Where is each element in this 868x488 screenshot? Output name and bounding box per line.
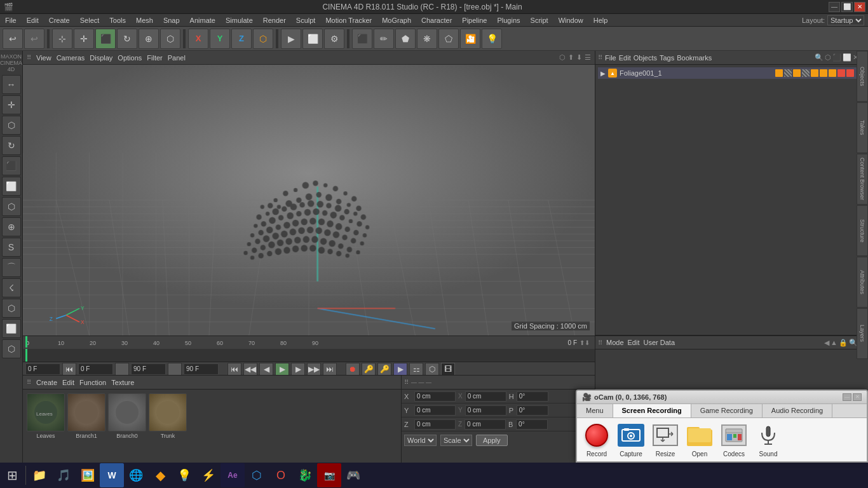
menu-pipeline[interactable]: Pipeline (457, 14, 492, 26)
app1-button[interactable]: ◆ (148, 463, 172, 487)
obj-row-foliage[interactable]: ▶ ▲ Foliage001_1 👁 (598, 67, 865, 79)
chrome-button[interactable]: 🌐 (124, 463, 148, 487)
world-dropdown[interactable]: World (404, 435, 437, 446)
mat-thumb-branch0[interactable] (108, 393, 146, 431)
frame-arrows[interactable]: ⬆⬇ (580, 339, 590, 346)
viewport-menu-display[interactable]: Display (90, 54, 112, 62)
menu-snap[interactable]: Snap (158, 14, 185, 26)
audio-button[interactable]: 🎵 (51, 463, 76, 487)
tool12-left[interactable]: ⬡ (2, 299, 21, 318)
ocam-codecs-button[interactable]: Codecs (721, 422, 747, 458)
side-tab-structure[interactable]: Structure (857, 205, 868, 256)
coord-h-val[interactable] (517, 391, 548, 402)
obj-tab-edit[interactable]: Edit (619, 54, 631, 62)
attr-tab-edit[interactable]: Edit (628, 339, 640, 346)
frame-end-field[interactable] (115, 363, 129, 376)
ocam-minimize[interactable]: — (843, 393, 851, 401)
end-frame2-field[interactable] (168, 363, 182, 376)
mat-item-leaves[interactable]: Leaves Leaves (27, 393, 65, 439)
ocam-resize-button[interactable]: Resize (652, 422, 679, 458)
start-frame-field[interactable]: 0 F (25, 363, 60, 375)
camera-button-task[interactable]: 📷 (317, 463, 341, 487)
vp-icon3[interactable]: ⬇ (576, 53, 582, 62)
coord-p-val[interactable] (517, 405, 548, 416)
undo-button[interactable]: ↩ (3, 29, 23, 49)
mat-item-trunk[interactable]: Trunk (149, 393, 187, 439)
film-button[interactable]: 🎞 (441, 363, 455, 376)
camera-button[interactable]: 🎦 (460, 29, 480, 49)
vp-icon2[interactable]: ⬆ (568, 53, 574, 62)
ocam-tab-game[interactable]: Game Recording (691, 404, 763, 417)
axis-x-button[interactable]: X (188, 29, 208, 49)
viewport-menu-cameras[interactable]: Cameras (57, 54, 85, 62)
prev-key-button[interactable]: ◀◀ (243, 363, 257, 376)
vp-icon1[interactable]: ⬡ (559, 53, 566, 62)
fps-button[interactable]: ⚏ (409, 363, 423, 376)
app5-button[interactable]: 🐉 (293, 463, 317, 487)
obj-search-icon[interactable]: 🔍 (815, 53, 824, 62)
menu-animate[interactable]: Animate (185, 14, 220, 26)
tool10-left[interactable]: ⌒ (2, 258, 21, 277)
foliage-expand-icon[interactable]: ▶ (600, 70, 606, 77)
apply-button[interactable]: Apply (476, 435, 508, 446)
layout-dropdown[interactable]: Startup (827, 15, 864, 25)
deformer-button[interactable]: ⬠ (438, 29, 459, 49)
tool5-left[interactable]: ⬛ (2, 156, 21, 175)
opera-button[interactable]: O (269, 463, 293, 487)
go-end-button[interactable]: ⏭ (323, 363, 337, 376)
render-view-button[interactable]: ▶ (281, 29, 301, 49)
coord-x-pos[interactable] (414, 391, 456, 402)
tool9-left[interactable]: S (2, 238, 21, 257)
app4-button[interactable]: ⬡ (245, 463, 269, 487)
side-tab-layers[interactable]: Layers (857, 308, 868, 359)
pen-button[interactable]: ✏ (374, 29, 394, 49)
coord-z-size[interactable] (465, 419, 506, 430)
app2-button[interactable]: 💡 (172, 463, 196, 487)
cloner-button[interactable]: ❋ (417, 29, 437, 49)
tool6-left[interactable]: ⬜ (2, 177, 21, 196)
menu-mograph[interactable]: MoGraph (377, 14, 416, 26)
scale-tool[interactable]: ⬛ (95, 29, 116, 49)
attr-forward-icon[interactable]: ▲ (831, 339, 837, 347)
cube-button[interactable]: ⬛ (352, 29, 372, 49)
menu-simulate[interactable]: Simulate (220, 14, 258, 26)
go-start-button[interactable]: ⏮ (227, 363, 241, 376)
play-button[interactable]: ▶ (275, 363, 289, 376)
end-frame-field[interactable]: 90 F (131, 363, 166, 375)
ae-button[interactable]: Ae (220, 463, 245, 487)
menu-character[interactable]: Character (416, 14, 457, 26)
ocam-sound-button[interactable]: Sound (755, 422, 782, 458)
ocam-tab-audio[interactable]: Audio Recording (763, 404, 832, 417)
obj-icon3[interactable]: ⬛ (832, 53, 841, 62)
attr-lock-icon[interactable]: 🔒 (839, 339, 848, 347)
tool11-left[interactable]: ☇ (2, 278, 21, 297)
mat-item-branch0[interactable]: Branch0 (108, 393, 146, 439)
world-axis-button[interactable]: ⬡ (253, 29, 273, 49)
transform-left[interactable]: ✛ (2, 95, 21, 114)
polygon-button[interactable]: ⬟ (395, 29, 416, 49)
vp-icon4[interactable]: ☰ (585, 53, 591, 62)
current-frame-field[interactable]: 0 F (78, 363, 113, 375)
side-tab-objects[interactable]: Objects (857, 51, 868, 102)
menu-help[interactable]: Help (588, 14, 613, 26)
menu-render[interactable]: Render (258, 14, 291, 26)
game-button[interactable]: 🎮 (341, 463, 365, 487)
light-button[interactable]: 💡 (482, 29, 502, 49)
tool14-left[interactable]: ⬡ (2, 339, 21, 358)
minimize-button[interactable]: — (829, 2, 840, 12)
viewport-menu-view[interactable]: View (36, 54, 51, 62)
obj-tab-bookmarks[interactable]: Bookmarks (677, 54, 712, 62)
menu-create[interactable]: Create (44, 14, 75, 26)
menu-edit[interactable]: Edit (22, 14, 44, 26)
mat-thumb-trunk[interactable] (149, 393, 187, 431)
coord-y-pos[interactable] (414, 405, 456, 416)
mat-menu-edit[interactable]: Edit (62, 379, 74, 386)
redo-button[interactable]: ↩ (24, 29, 44, 49)
app3-button[interactable]: ⚡ (196, 463, 220, 487)
menu-mesh[interactable]: Mesh (131, 14, 158, 26)
rotate-tool[interactable]: ↻ (117, 29, 137, 49)
timeline-keyframe-area[interactable] (23, 349, 595, 362)
attr-tab-userdata[interactable]: User Data (644, 339, 675, 346)
menu-motiontracker[interactable]: Motion Tracker (320, 14, 377, 26)
coord-x-size[interactable] (465, 391, 506, 402)
